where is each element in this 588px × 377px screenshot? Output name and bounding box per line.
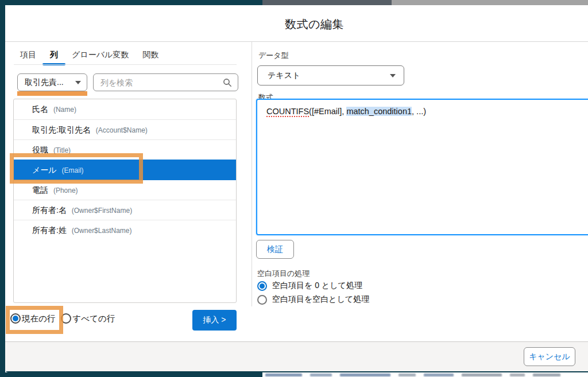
column-api-name: (Phone) — [53, 186, 78, 195]
column-name: 所有者:名 — [32, 205, 69, 215]
column-search-input[interactable] — [100, 78, 223, 87]
background-blurred-content — [265, 374, 588, 377]
cancel-button[interactable]: キャンセル — [524, 347, 575, 366]
column-list: 氏名 (Name) 取引先:取引先名 (Account$Name) 役職 (Ti… — [13, 99, 237, 303]
tab-項目[interactable]: 項目 — [20, 48, 36, 65]
formula-text-after: , ...) — [412, 107, 426, 116]
blank-handling-option[interactable]: 空白項目を空白として処理 — [257, 294, 369, 305]
page-background-left — [0, 0, 5, 377]
column-api-name: (Title) — [53, 146, 71, 154]
column-name: 電話 — [32, 185, 51, 195]
right-panel: データ型 テキスト 数式 COUNTIFS([#Email], match_co… — [252, 41, 588, 343]
blank-handling-radio-group: 空白項目を 0 として処理 空白項目を空白として処理 — [257, 281, 369, 305]
column-search[interactable] — [93, 73, 238, 91]
column-api-name: (Owner$LastName) — [72, 227, 132, 235]
formula-text-before: ([#Email], — [309, 107, 346, 116]
formula-editor-dialog: 数式の編集 項目列グローバル変数関数 取引先責... 氏名 (Name) 取引先… — [5, 5, 588, 372]
radio-icon[interactable] — [61, 313, 71, 324]
chevron-down-icon — [75, 81, 81, 84]
data-type-value: テキスト — [268, 71, 390, 81]
column-list-item[interactable]: 取引先:取引先名 (Account$Name) — [14, 119, 236, 139]
blank-handling-option-label: 空白項目を 0 として処理 — [272, 281, 362, 291]
blank-handling-label: 空白項目の処理 — [257, 269, 310, 279]
object-select-dropdown[interactable]: 取引先責... — [17, 73, 87, 91]
annotation-underline-object-dropdown — [17, 91, 87, 96]
tab-bar-underline — [14, 64, 237, 65]
column-name: 役職 — [32, 145, 51, 154]
page-background-top — [0, 0, 588, 5]
row-scope-option-label: 現在の行 — [22, 313, 55, 324]
dialog-header: 数式の編集 — [5, 5, 588, 41]
data-type-label: データ型 — [258, 50, 289, 61]
object-select-value: 取引先責... — [25, 77, 75, 88]
row-scope-option-label: すべての行 — [72, 313, 115, 324]
column-api-name: (Owner$FirstName) — [72, 207, 132, 215]
column-list-item[interactable]: 電話 (Phone) — [14, 180, 236, 200]
row-scope-option[interactable]: 現在の行 — [10, 313, 55, 324]
search-icon — [223, 78, 232, 87]
page-background-bottom — [0, 372, 588, 377]
chevron-down-icon — [390, 74, 396, 77]
column-list-item[interactable]: 所有者:名 (Owner$FirstName) — [14, 200, 236, 220]
radio-icon[interactable] — [10, 313, 21, 324]
data-type-dropdown[interactable]: テキスト — [257, 65, 404, 85]
column-list-item[interactable]: 氏名 (Name) — [14, 99, 236, 119]
insert-button[interactable]: 挿入 > — [192, 310, 237, 331]
dialog-title: 数式の編集 — [5, 17, 588, 32]
column-name: 所有者:姓 — [32, 226, 69, 235]
formula-editor-textarea[interactable]: COUNTIFS([#Email], match_condition1, ...… — [256, 99, 588, 235]
column-list-item[interactable]: 所有者:姓 (Owner$LastName) — [14, 220, 236, 240]
radio-icon[interactable] — [257, 281, 267, 291]
radio-icon[interactable] — [257, 295, 267, 305]
validate-button[interactable]: 検証 — [256, 240, 294, 259]
tab-グローバル変数[interactable]: グローバル変数 — [72, 48, 129, 65]
column-name: 氏名 — [32, 104, 51, 114]
formula-function-token: COUNTIFS — [266, 107, 309, 117]
column-api-name: (Account$Name) — [96, 126, 148, 134]
tab-列[interactable]: 列 — [50, 48, 58, 65]
column-api-name: (Email) — [62, 166, 84, 174]
tab-bar: 項目列グローバル変数関数 — [20, 48, 158, 65]
formula-selected-text: match_condition1 — [346, 107, 412, 116]
column-list-item[interactable]: 役職 (Title) — [14, 139, 236, 160]
column-name: 取引先:取引先名 — [32, 125, 93, 134]
column-list-item[interactable]: メール (Email) — [14, 160, 236, 180]
tab-関数[interactable]: 関数 — [142, 48, 158, 65]
row-scope-option[interactable]: すべての行 — [61, 313, 115, 324]
column-name: メール — [32, 165, 59, 174]
row-scope-radio-group: 現在の行 すべての行 — [10, 310, 121, 327]
blank-handling-option[interactable]: 空白項目を 0 として処理 — [257, 281, 369, 291]
dialog-footer: キャンセル — [5, 341, 588, 371]
left-panel: 項目列グローバル変数関数 取引先責... 氏名 (Name) 取引先:取引先名 … — [5, 41, 252, 343]
blank-handling-option-label: 空白項目を空白として処理 — [272, 294, 369, 305]
column-api-name: (Name) — [53, 106, 76, 114]
